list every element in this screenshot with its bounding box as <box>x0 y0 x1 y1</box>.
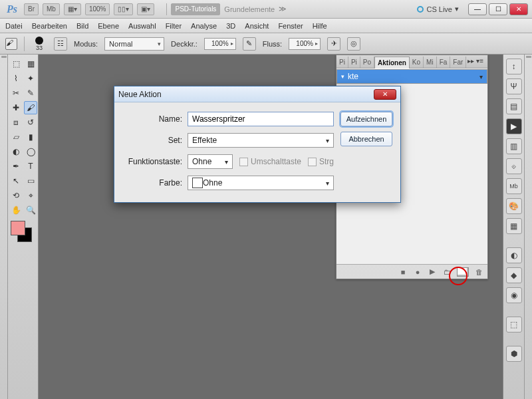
dock-adjust-icon[interactable]: Ψ <box>506 78 522 94</box>
dock-channels-icon[interactable]: ▥ <box>506 138 522 154</box>
pen-tool-icon[interactable]: ✒ <box>9 160 23 173</box>
marquee-tool-icon[interactable]: ▦ <box>24 57 37 70</box>
crop-tool-icon[interactable]: ✂ <box>9 86 23 100</box>
menu-bild[interactable]: Bild <box>76 22 88 30</box>
ctrl-checkbox[interactable]: Strg <box>308 157 334 166</box>
stop-icon[interactable]: ■ <box>398 267 408 277</box>
window-maximize-button[interactable]: ☐ <box>489 3 507 15</box>
panel-tab-aktionen[interactable]: Aktionen <box>374 57 410 68</box>
blend-mode-select[interactable]: Normal <box>104 37 164 51</box>
dock-mb-icon[interactable]: Mb <box>506 178 522 194</box>
panel-tab[interactable]: Pi <box>336 57 348 68</box>
funckey-select[interactable]: Ohne <box>188 154 233 169</box>
eraser-tool-icon[interactable]: ▱ <box>9 130 23 144</box>
trash-icon[interactable]: 🗑 <box>474 267 483 277</box>
path-tool-icon[interactable]: ↖ <box>9 174 23 188</box>
stamp-tool-icon[interactable]: ⧈ <box>9 116 23 129</box>
dock-nav-icon[interactable]: ⬢ <box>506 346 522 362</box>
canvas-area[interactable]: Pi Pi Po Aktionen Ko Mi Fa Far ▸▸ ▾≡ ▾kt… <box>39 55 503 399</box>
menu-bearbeiten[interactable]: Bearbeiten <box>32 22 67 30</box>
opacity-pressure-icon[interactable]: ✎ <box>243 37 256 51</box>
zoom-tool-icon[interactable]: 🔍 <box>24 203 37 217</box>
healing-tool-icon[interactable]: ✚ <box>9 101 23 114</box>
shift-checkbox[interactable]: Umschalttaste <box>239 157 301 166</box>
tool-preset-icon[interactable]: 🖌 <box>5 38 17 50</box>
workspace-active[interactable]: PSD-Tutorials <box>171 3 220 15</box>
workspace-other[interactable]: Grundelemente <box>224 5 275 13</box>
panel-more-icon[interactable]: ▸▸ ▾≡ <box>467 57 483 65</box>
dock-color-icon[interactable]: 🎨 <box>506 198 522 214</box>
layout-chip[interactable]: ▦▾ <box>64 3 81 15</box>
menu-filter[interactable]: Filter <box>166 22 182 30</box>
panel-tab[interactable]: Ko <box>410 57 424 68</box>
opacity-input[interactable]: 100% <box>204 38 236 50</box>
brush-panel-toggle-icon[interactable]: ☷ <box>54 37 67 51</box>
dock-info-icon[interactable]: ◉ <box>506 287 522 303</box>
name-input[interactable] <box>188 112 334 126</box>
zoom-chip[interactable]: 100% <box>85 3 110 15</box>
play-icon[interactable]: ▶ <box>428 267 437 277</box>
screenmode-chip[interactable]: ▣▾ <box>137 3 154 15</box>
bridge-chip[interactable]: Br <box>24 3 39 15</box>
dock-paths-icon[interactable]: ◆ <box>506 267 522 283</box>
left-dock-strip[interactable] <box>0 55 8 399</box>
dialog-close-button[interactable]: ✕ <box>374 89 396 100</box>
new-set-icon[interactable]: 🗀 <box>442 267 452 277</box>
menu-analyse[interactable]: Analyse <box>191 22 217 30</box>
lasso-tool-icon[interactable]: ⌇ <box>9 72 23 85</box>
cancel-button[interactable]: Abbrechen <box>340 132 392 146</box>
window-minimize-button[interactable]: — <box>468 3 487 15</box>
brush-preview[interactable]: 33 <box>31 37 47 51</box>
panel-tab[interactable]: Pi <box>348 57 360 68</box>
hand-tool-icon[interactable]: ✋ <box>9 203 23 217</box>
3d-tool-icon[interactable]: ⟲ <box>9 189 23 202</box>
dialog-titlebar[interactable]: Neue Aktion ✕ <box>114 86 400 102</box>
right-dock-strip[interactable] <box>524 55 532 399</box>
new-action-icon[interactable] <box>457 267 469 277</box>
panel-tab[interactable]: Po <box>360 57 374 68</box>
record-button[interactable]: Aufzeichnen <box>340 112 392 126</box>
action-row[interactable]: ▾kte <box>336 69 487 84</box>
dock-styles-icon[interactable]: ⟐ <box>506 158 522 174</box>
menu-ansicht[interactable]: Ansicht <box>245 22 269 30</box>
gradient-tool-icon[interactable]: ▮ <box>24 130 37 144</box>
menu-ebene[interactable]: Ebene <box>98 22 119 30</box>
flow-input[interactable]: 100% <box>289 38 321 50</box>
menu-fenster[interactable]: Fenster <box>278 22 303 30</box>
menu-3d[interactable]: 3D <box>226 22 235 30</box>
menu-hilfe[interactable]: Hilfe <box>313 22 327 30</box>
arrange-chip[interactable]: ▯▯▾ <box>114 3 133 15</box>
dock-panel-icon[interactable]: ▤ <box>506 98 522 114</box>
brush-tool-icon[interactable]: 🖌 <box>24 101 37 114</box>
panel-tab[interactable]: Far <box>450 57 466 68</box>
minibridge-chip[interactable]: Mb <box>43 3 60 15</box>
workspace-more-icon[interactable]: ≫ <box>279 5 287 13</box>
cs-live[interactable]: CS Live ▾ <box>417 5 459 13</box>
type-tool-icon[interactable]: T <box>24 160 37 173</box>
color-swatches[interactable] <box>9 221 36 245</box>
color-select[interactable]: Ohne <box>188 176 334 190</box>
menu-auswahl[interactable]: Auswahl <box>128 22 156 30</box>
foreground-color-swatch[interactable] <box>11 221 25 235</box>
move-tool-icon[interactable]: ⬚ <box>9 57 23 70</box>
history-brush-tool-icon[interactable]: ↺ <box>24 116 37 129</box>
dodge-tool-icon[interactable]: ◯ <box>24 145 37 158</box>
shape-tool-icon[interactable]: ▭ <box>24 174 37 188</box>
dock-3d-icon[interactable]: ⬚ <box>506 317 522 332</box>
record-icon[interactable]: ● <box>413 267 422 277</box>
eyedropper-tool-icon[interactable]: ✎ <box>24 86 37 100</box>
panel-tab[interactable]: Mi <box>424 57 437 68</box>
dock-actions-icon[interactable]: ▶ <box>506 118 522 134</box>
dock-layers-icon[interactable]: ◐ <box>506 247 522 263</box>
dock-swatches-icon[interactable]: ▦ <box>506 218 522 234</box>
airbrush-icon[interactable]: ✈ <box>327 37 340 51</box>
dock-history-icon[interactable]: ↕ <box>506 59 522 74</box>
set-select[interactable]: Effekte <box>188 133 334 148</box>
menu-datei[interactable]: Datei <box>5 22 23 30</box>
blur-tool-icon[interactable]: ◐ <box>9 145 23 158</box>
panel-tab[interactable]: Fa <box>437 57 451 68</box>
tablet-pressure-icon[interactable]: ◎ <box>347 37 360 51</box>
camera-tool-icon[interactable]: ⌖ <box>24 189 37 202</box>
wand-tool-icon[interactable]: ✦ <box>24 72 37 85</box>
window-close-button[interactable]: ✕ <box>509 3 528 15</box>
